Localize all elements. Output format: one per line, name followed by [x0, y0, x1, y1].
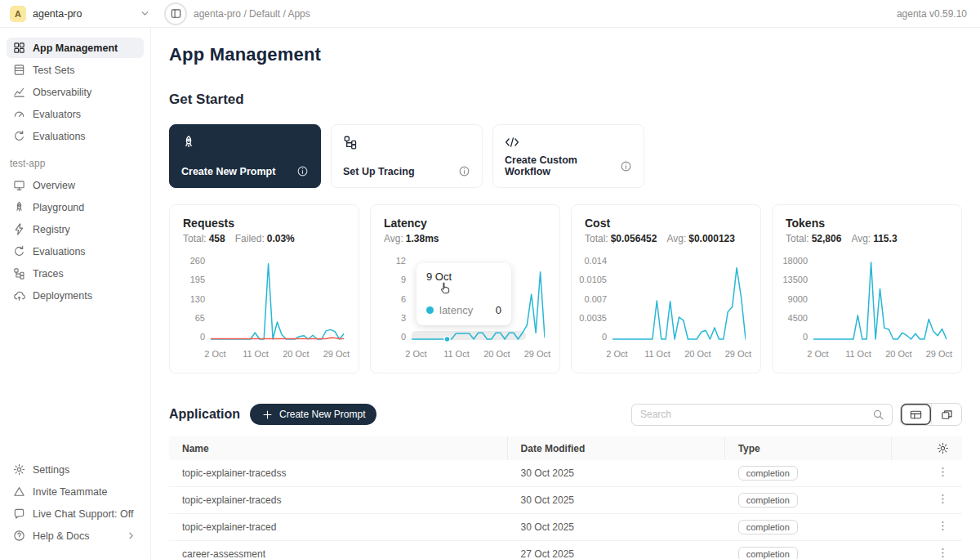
sidebar-item-deployments[interactable]: Deployments [7, 285, 144, 306]
metric-stats: Total:$0.056452Avg:$0.000123 [585, 233, 747, 244]
row-menu-icon[interactable] [937, 547, 949, 559]
page-title: App Management [169, 44, 962, 65]
sidebar-toggle-button[interactable] [164, 2, 187, 25]
info-icon[interactable] [296, 165, 309, 177]
app-date-modified: 30 Oct 2025 [508, 521, 725, 533]
metric-stat: Total:52,806 [786, 233, 841, 244]
sidebar-item-registry[interactable]: Registry [7, 219, 144, 239]
tooltip-series-name: latency [439, 304, 473, 316]
type-badge: completion [738, 493, 798, 508]
card-view-button[interactable] [931, 404, 961, 425]
app-date-modified: 27 Oct 2025 [508, 548, 725, 559]
card-label: Create Custom Workflow [505, 154, 620, 177]
sidebar-item-overview[interactable]: Overview [7, 175, 144, 195]
panel-toggle-icon [170, 7, 182, 20]
sidebar-item-live-chat-support[interactable]: Live Chat Support: Off [7, 503, 144, 524]
metric-title: Latency [384, 217, 546, 230]
card-label: Set Up Tracing [343, 166, 415, 177]
sidebar-item-traces[interactable]: Traces [7, 263, 144, 284]
table-view-button[interactable] [901, 404, 931, 425]
sidebar-item-app-management[interactable]: App Management [7, 38, 144, 58]
info-icon[interactable] [620, 160, 632, 172]
table-row[interactable]: career-assessment27 Oct 2025completion [169, 541, 962, 559]
tokens-metric-card: TokensTotal:52,806Avg:115.31800013500900… [772, 204, 962, 373]
row-menu-icon[interactable] [937, 466, 949, 478]
app-name: topic-explainer-traced [169, 521, 508, 533]
tree-icon [13, 267, 25, 280]
gear-icon [13, 463, 25, 476]
help-icon [13, 530, 25, 542]
sidebar-item-label: Evaluators [33, 109, 81, 120]
sidebar-item-observability[interactable]: Observability [7, 82, 144, 102]
app-type-cell: completion [725, 520, 892, 534]
chat-icon [13, 508, 25, 520]
row-menu-icon[interactable] [937, 520, 949, 532]
type-badge: completion [738, 547, 798, 559]
table-row[interactable]: topic-explainer-tracedss30 Oct 2025compl… [169, 460, 962, 487]
create-new-prompt-button-label: Create New Prompt [279, 409, 365, 420]
card-label-row: Create New Prompt [181, 165, 309, 177]
card-label: Create New Prompt [181, 166, 275, 177]
metric-stats: Total:458Failed:0.03% [183, 233, 345, 244]
metric-stat: Avg:1.38ms [384, 233, 439, 244]
sidebar-item-test-sets[interactable]: Test Sets [7, 60, 144, 80]
tokens-chart[interactable] [813, 257, 948, 345]
topbar: A agenta-pro agenta-pro / Default / Apps… [0, 0, 980, 28]
app-date-modified: 30 Oct 2025 [508, 467, 725, 479]
rocket-icon [13, 201, 25, 213]
set-up-tracing-card[interactable]: Set Up Tracing [331, 124, 483, 188]
card-label-row: Create Custom Workflow [505, 154, 632, 177]
sidebar-item-settings[interactable]: Settings [7, 459, 144, 480]
get-started-heading: Get Started [169, 92, 962, 108]
sidebar-item-label: Invite Teammate [33, 486, 107, 498]
sidebar-item-playground[interactable]: Playground [7, 197, 144, 217]
column-settings-gear-icon[interactable] [937, 442, 949, 454]
sidebar-item-label: Live Chat Support: Off [33, 508, 133, 520]
applications-table: NameDate ModifiedTypetopic-explainer-tra… [169, 436, 962, 559]
sidebar-footer-nav: SettingsInvite TeammateLive Chat Support… [7, 459, 144, 548]
sidebar-item-label: Settings [33, 464, 69, 476]
sidebar-item-invite-teammate[interactable]: Invite Teammate [7, 481, 144, 502]
sidebar-app-nav: OverviewPlaygroundRegistryEvaluationsTra… [7, 175, 144, 307]
workspace-name: agenta-pro [33, 8, 82, 20]
latency-chart[interactable]: 9 Octlatency0 [412, 257, 546, 345]
triangle-icon [13, 485, 25, 498]
metric-stat: Total:$0.056452 [585, 233, 657, 244]
app-type-cell: completion [725, 547, 892, 559]
table-view-icon [910, 409, 922, 421]
sidebar-item-evaluations-app[interactable]: Evaluations [7, 241, 144, 262]
cloud-icon [13, 289, 25, 302]
sidebar-item-label: App Management [33, 42, 118, 54]
app-type-cell: completion [725, 493, 892, 508]
search-icon[interactable] [872, 409, 884, 421]
row-menu-icon[interactable] [937, 493, 949, 505]
metric-stats: Total:52,806Avg:115.3 [786, 233, 948, 244]
chart-tooltip: 9 Octlatency0 [416, 263, 511, 325]
metric-stat: Avg:$0.000123 [666, 233, 735, 244]
metric-title: Cost [585, 217, 747, 230]
create-new-prompt-button[interactable]: Create New Prompt [250, 404, 376, 425]
create-custom-workflow-card[interactable]: Create Custom Workflow [492, 124, 644, 188]
sidebar-section-label: test-app [10, 158, 144, 169]
metric-stat: Avg:115.3 [851, 233, 897, 244]
sidebar-item-evaluators[interactable]: Evaluators [7, 104, 144, 124]
workspace-switcher[interactable]: A agenta-pro [10, 6, 151, 22]
sidebar-item-evaluations[interactable]: Evaluations [7, 126, 144, 146]
requests-chart[interactable] [211, 257, 345, 345]
row-actions [892, 466, 962, 481]
card-view-icon [941, 409, 953, 421]
metric-stat: Failed:0.03% [235, 233, 295, 244]
table-row[interactable]: topic-explainer-traceds30 Oct 2025comple… [169, 487, 962, 514]
cost-metric-card: CostTotal:$0.056452Avg:$0.0001230.0140.0… [571, 204, 761, 373]
search-input[interactable] [640, 409, 872, 420]
table-row[interactable]: topic-explainer-traced30 Oct 2025complet… [169, 514, 962, 541]
plus-icon [261, 409, 274, 421]
type-badge: completion [738, 466, 798, 481]
sidebar-item-help-docs[interactable]: Help & Docs [7, 525, 144, 546]
x-axis: 2 Oct11 Oct20 Oct29 Oct [412, 349, 546, 360]
cost-chart[interactable] [612, 257, 747, 345]
row-actions [892, 520, 962, 534]
create-new-prompt-card[interactable]: Create New Prompt [169, 124, 321, 188]
breadcrumb[interactable]: agenta-pro / Default / Apps [194, 8, 310, 20]
info-icon[interactable] [458, 165, 470, 177]
